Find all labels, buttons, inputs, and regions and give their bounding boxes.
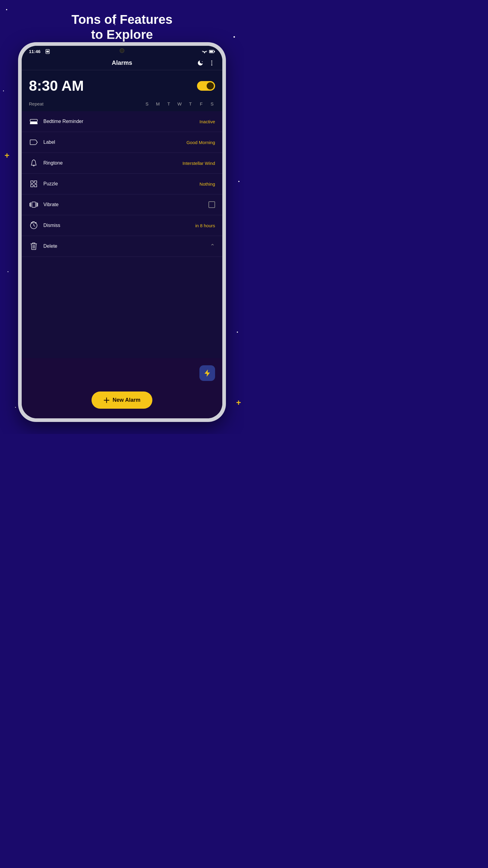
svg-rect-1 [46,51,49,53]
day-thu: T [187,101,193,106]
new-alarm-text: New Alarm [113,397,140,403]
vibrate-icon [29,200,38,210]
settings-list: Bedtime Reminder Inactive Label Good Mor… [22,111,222,358]
repeat-row: Repeat S M T W T F S [22,99,222,111]
label-row[interactable]: Label Good Morning [22,132,222,153]
alarm-time-section[interactable]: 8:30 AM [22,70,222,99]
battery-icon [209,50,215,53]
plus-decoration-right: + [236,398,241,407]
day-mon: M [155,101,161,106]
svg-rect-13 [30,123,38,124]
ringtone-value: Interstellar Wind [183,161,215,166]
day-wed: W [176,101,183,106]
bedtime-reminder-label: Bedtime Reminder [43,119,199,124]
ringtone-label: Ringtone [43,160,183,166]
bed-icon [29,117,38,126]
sim-icon [45,49,50,54]
puzzle-value: Nothing [199,181,215,187]
puzzle-icon [29,179,38,189]
trash-icon [29,241,38,251]
dismiss-row[interactable]: Dismiss in 8 hours [22,215,222,236]
ringtone-row[interactable]: Ringtone Interstellar Wind [22,153,222,174]
app-bar: Alarms [22,56,222,70]
dismiss-value: in 8 hours [195,223,215,228]
svg-rect-5 [210,51,213,53]
camera-notch [120,48,124,53]
status-icons [202,50,215,54]
puzzle-label: Puzzle [43,181,199,187]
phone-screen: 11:46 [22,46,222,418]
delete-row[interactable]: Delete ⌃ [22,236,222,257]
vibrate-checkbox[interactable] [208,201,215,208]
chevron-up-icon: ⌃ [210,243,215,250]
day-tue: T [166,101,172,106]
plus-decoration-left: + [4,151,9,160]
svg-rect-14 [32,202,36,207]
dismiss-icon [29,221,38,230]
svg-point-2 [204,53,205,53]
svg-rect-4 [214,51,215,52]
dismiss-label: Dismiss [43,223,195,228]
bedtime-reminder-value: Inactive [199,119,215,124]
plus-icon [104,397,110,403]
bottom-area: New Alarm [22,358,222,418]
bell-icon [29,158,38,168]
app-bar-actions[interactable] [197,60,215,66]
vibrate-label: Vibrate [43,202,208,207]
phone-frame: 11:46 [18,42,226,422]
status-time: 11:46 [29,49,40,54]
delete-label: Delete [43,244,210,249]
more-dots-icon [208,60,215,66]
label-value: Good Morning [187,140,215,145]
alarm-time[interactable]: 8:30 AM [29,78,84,94]
alarm-toggle[interactable] [197,81,215,91]
wifi-icon [202,50,207,54]
page-title: Tons of Features to Explore [0,12,244,42]
puzzle-row[interactable]: Puzzle Nothing [22,174,222,194]
svg-point-8 [211,60,213,61]
new-alarm-button[interactable]: New Alarm [92,392,153,409]
repeat-label: Repeat [29,101,43,106]
label-label: Label [43,140,187,145]
app-bar-title: Alarms [47,59,197,66]
bedtime-reminder-row[interactable]: Bedtime Reminder Inactive [22,111,222,132]
vibrate-row[interactable]: Vibrate [22,194,222,215]
svg-point-9 [211,62,213,64]
svg-point-10 [211,64,213,65]
day-fri: F [198,101,204,106]
moon-button[interactable] [197,60,204,66]
day-sun: S [144,101,150,106]
flash-icon [204,369,210,377]
toggle-knob [207,82,214,90]
svg-point-7 [202,61,203,62]
day-sat: S [209,101,215,106]
more-options-button[interactable] [208,60,215,66]
day-labels: S M T W T F S [48,101,215,106]
flash-button[interactable] [199,365,215,381]
moon-icon [197,60,204,66]
label-icon [29,137,38,147]
